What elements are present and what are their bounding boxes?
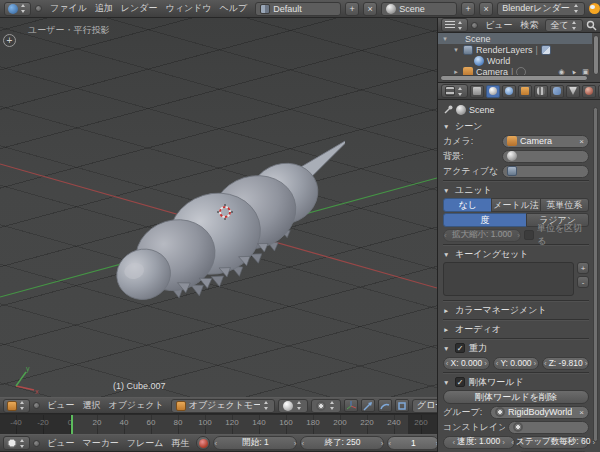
properties-vertical-scrollbar[interactable] — [593, 107, 598, 442]
display-filter-selector[interactable]: 全てのシーン — [545, 19, 583, 32]
start-frame-field[interactable]: ‹開始: 1› — [213, 436, 297, 450]
outliner-row[interactable]: ▾Scene — [438, 33, 592, 44]
panel-header-audio[interactable]: ►オーディオ — [443, 322, 589, 336]
menu-item[interactable]: ヘルプ — [216, 2, 252, 15]
menu-collapse-toggle[interactable] — [35, 5, 42, 12]
menu-item[interactable]: 再生 — [167, 437, 193, 450]
remove-rigid-body-world-button[interactable]: 剛体ワールドを削除 — [443, 390, 589, 404]
tab-modifiers[interactable] — [550, 85, 564, 98]
constraints-field[interactable] — [508, 421, 589, 434]
panel-header-units[interactable]: ▼ユニット — [443, 183, 589, 197]
add-scene-button[interactable]: + — [461, 2, 475, 16]
menu-collapse-toggle[interactable] — [33, 402, 40, 409]
camera-field[interactable]: Camera× — [502, 135, 589, 148]
unit-none-button[interactable]: なし — [443, 198, 492, 212]
unit-imperial-button[interactable]: 英単位系 — [540, 198, 589, 212]
tab-material[interactable] — [582, 85, 596, 98]
menu-item[interactable]: 検索 — [516, 19, 542, 32]
tab-object[interactable] — [518, 85, 532, 98]
active-clip-field[interactable] — [502, 165, 589, 178]
menu-item[interactable]: 選択 — [78, 399, 104, 412]
increment-chevron-icon[interactable]: › — [381, 439, 384, 448]
keying-sets-list[interactable] — [443, 262, 574, 296]
menu-item[interactable]: ウィンドウ — [161, 2, 215, 15]
transform-orientation-selector[interactable]: グローバ — [412, 399, 437, 413]
search-icon[interactable] — [586, 20, 597, 31]
editor-type-button-timeline[interactable] — [3, 436, 30, 450]
mode-selector[interactable]: オブジェクトモー — [171, 399, 275, 413]
editor-type-button-properties[interactable] — [441, 84, 468, 98]
menu-item[interactable]: フレーム — [123, 437, 168, 450]
pin-icon[interactable] — [443, 105, 453, 115]
gravity-x-field[interactable]: ‹X: 0.000› — [443, 357, 490, 370]
outliner-row[interactable]: ▾RenderLayers| — [438, 44, 592, 55]
translate-manipulator-button[interactable] — [361, 399, 375, 412]
menu-collapse-toggle[interactable] — [33, 440, 40, 447]
menu-item[interactable]: オブジェクト — [104, 399, 167, 412]
gravity-z-field[interactable]: ‹Z: -9.810› — [542, 357, 589, 370]
panel-header-rigid-body[interactable]: ▼✓剛体ワールド — [443, 375, 589, 389]
3d-viewport[interactable]: ユーザー・平行投影 + x y (1) Cube.007 — [0, 18, 437, 397]
gravity-y-field[interactable]: ‹Y: 0.000› — [493, 357, 540, 370]
toolshelf-expand-button[interactable]: + — [3, 34, 16, 47]
editor-type-button-outliner[interactable] — [441, 18, 468, 32]
unit-metric-button[interactable]: メートル法 — [491, 198, 540, 212]
menu-item[interactable]: マーカー — [78, 437, 122, 450]
scene-selector[interactable]: Scene — [381, 2, 457, 16]
pivot-point-selector[interactable] — [311, 399, 341, 413]
decrement-chevron-icon[interactable]: ‹ — [214, 439, 217, 448]
current-frame-field[interactable]: ‹1› — [387, 436, 437, 450]
increment-chevron-icon[interactable]: › — [294, 439, 297, 448]
panel-header-scene[interactable]: ▼シーン — [443, 119, 589, 133]
separate-units-checkbox[interactable] — [524, 230, 534, 240]
steps-per-second-field[interactable]: ‹ステップ数毎秒: 60› — [518, 436, 590, 449]
angle-degrees-button[interactable]: 度 — [443, 213, 527, 227]
clear-icon[interactable]: × — [579, 408, 584, 417]
record-autokey-button[interactable] — [196, 436, 210, 450]
speed-field[interactable]: ‹速度: 1.000› — [443, 436, 515, 449]
tab-scene[interactable] — [486, 85, 500, 98]
tab-data[interactable] — [566, 85, 580, 98]
screen-layout-selector[interactable]: Default — [255, 2, 341, 16]
viewport-shading-selector[interactable] — [278, 399, 308, 413]
remove-layout-button[interactable]: × — [363, 2, 377, 16]
menu-item[interactable]: ファイル — [46, 2, 91, 15]
outliner-horizontal-scrollbar[interactable] — [440, 75, 588, 81]
tab-constraints[interactable] — [534, 85, 548, 98]
gravity-checkbox[interactable]: ✓ — [455, 343, 465, 353]
background-scene-field[interactable] — [502, 150, 589, 163]
panel-header-gravity[interactable]: ▼✓重力 — [443, 341, 589, 355]
menu-item[interactable]: 追加 — [91, 2, 117, 15]
unit-scale-slider[interactable]: ‹拡大縮小: 1.000› — [443, 229, 521, 242]
clear-icon[interactable]: × — [579, 137, 584, 146]
manipulator-toggle[interactable] — [344, 399, 358, 412]
tab-world[interactable] — [502, 85, 516, 98]
editor-type-button-3d[interactable] — [3, 399, 30, 413]
menu-item[interactable]: ビュー — [43, 399, 78, 412]
timeline-ruler[interactable]: -40-200204060801001201401601802002202402… — [0, 414, 437, 434]
decrement-chevron-icon[interactable]: ‹ — [388, 439, 391, 448]
tab-render[interactable] — [470, 85, 484, 98]
remove-scene-button[interactable]: × — [479, 2, 493, 16]
panel-header-keying[interactable]: ▼キーイングセット — [443, 247, 589, 261]
group-field[interactable]: RigidBodyWorld× — [490, 406, 589, 419]
menu-item[interactable]: ビュー — [481, 19, 516, 32]
render-engine-selector[interactable]: Blenderレンダー — [497, 2, 585, 16]
add-layout-button[interactable]: + — [345, 2, 359, 16]
scale-manipulator-button[interactable] — [395, 399, 409, 412]
end-frame-field[interactable]: ‹終了: 250› — [300, 436, 384, 450]
menu-collapse-toggle[interactable] — [471, 22, 478, 29]
decrement-chevron-icon[interactable]: ‹ — [301, 439, 304, 448]
expander-icon[interactable]: ▾ — [441, 35, 449, 43]
menu-item[interactable]: ビュー — [43, 437, 78, 450]
expander-icon[interactable]: ▾ — [452, 46, 460, 54]
model-caterpillar-blimp[interactable] — [95, 134, 345, 326]
rigid-body-checkbox[interactable]: ✓ — [455, 377, 465, 387]
panel-header-color-management[interactable]: ►カラーマネージメント — [443, 303, 589, 317]
menu-item[interactable]: レンダー — [117, 2, 162, 15]
playhead[interactable] — [71, 415, 73, 434]
editor-type-button-info[interactable] — [4, 2, 31, 16]
remove-keying-set-button[interactable]: - — [577, 276, 589, 288]
add-keying-set-button[interactable]: + — [577, 262, 589, 274]
3d-cursor[interactable] — [217, 204, 233, 220]
